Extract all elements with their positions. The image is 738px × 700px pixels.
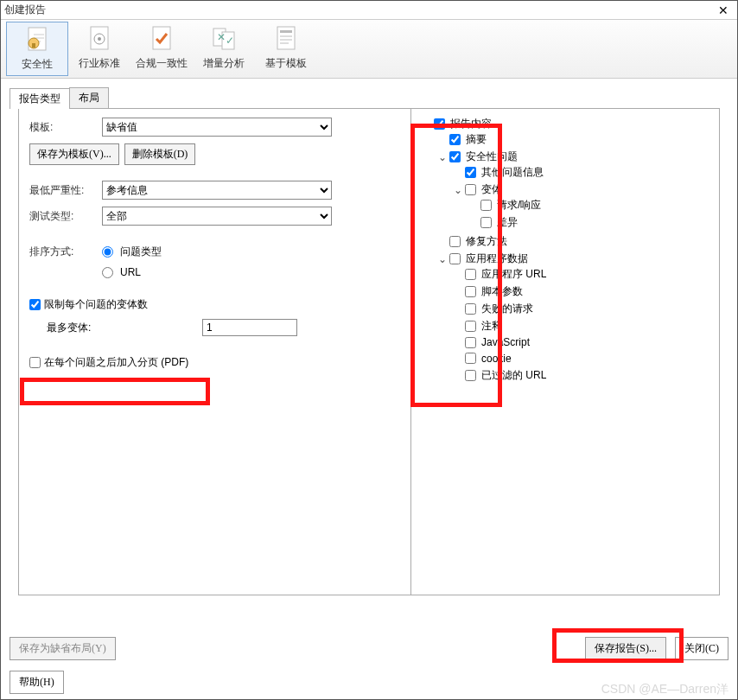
test-type-label: 测试类型: [29, 209, 102, 224]
tree-checkbox[interactable] [465, 167, 476, 178]
tree-checkbox[interactable] [465, 286, 476, 297]
svg-point-5 [98, 37, 101, 41]
tree-checkbox[interactable] [434, 118, 445, 130]
tree-caret-icon[interactable]: ⌄ [453, 184, 463, 196]
tree-checkbox[interactable] [465, 184, 476, 195]
tree-checkbox[interactable] [465, 303, 476, 315]
tree-checkbox[interactable] [465, 321, 476, 332]
template-doc-icon [272, 25, 300, 53]
save-default-layout-button[interactable]: 保存为缺省布局(Y) [10, 637, 116, 660]
svg-rect-6 [153, 27, 170, 49]
svg-rect-2 [32, 43, 35, 48]
tree-node-label[interactable]: 脚本参数 [481, 284, 523, 299]
checkbox-label: 限制每个问题的变体数 [44, 297, 148, 312]
tree-node-label[interactable]: 已过滤的 URL [481, 368, 546, 383]
template-select[interactable]: 缺省值 [102, 118, 332, 137]
compare-doc-icon: ✕✓ [210, 25, 238, 53]
gear-doc-icon [86, 25, 113, 53]
close-icon[interactable]: ✕ [713, 3, 734, 17]
tree-node-label[interactable]: cookie [481, 353, 512, 365]
severity-select[interactable]: 参考信息 [102, 181, 332, 200]
tree-caret-icon[interactable]: ⌄ [437, 151, 448, 163]
check-doc-icon [148, 25, 175, 53]
tree-checkbox[interactable] [449, 151, 461, 162]
svg-text:✓: ✓ [226, 35, 234, 47]
max-variants-input[interactable] [202, 319, 297, 336]
limit-variants-checkbox[interactable]: 限制每个问题的变体数 [29, 297, 400, 312]
help-button[interactable]: 帮助(H) [10, 671, 64, 694]
tree-checkbox[interactable] [465, 353, 476, 364]
toolbar-item-industry[interactable]: 行业标准 [68, 22, 130, 76]
save-template-button[interactable]: 保存为模板(V)... [29, 143, 119, 165]
tree-node-label[interactable]: 修复方法 [466, 234, 507, 249]
svg-text:✕: ✕ [217, 31, 226, 43]
tree-node-label[interactable]: JavaScript [481, 336, 530, 348]
tree-node-label[interactable]: 摘要 [466, 132, 487, 147]
toolbar-item-security[interactable]: 安全性 [6, 22, 68, 76]
tree-checkbox[interactable] [449, 253, 461, 264]
tree-checkbox[interactable] [449, 236, 461, 247]
footer: 保存为缺省布局(Y) 保存报告(S)... 关闭(C) 帮助(H) [10, 637, 728, 694]
tree-node-label[interactable]: 安全性问题 [466, 150, 518, 164]
toolbar: 安全性 行业标准 合规一致性 ✕✓ 增量分析 基于模板 [1, 20, 737, 79]
tree-node-label[interactable]: 变体 [481, 182, 502, 197]
save-report-button[interactable]: 保存报告(S)... [585, 637, 666, 660]
tree-node-label[interactable]: 注释 [481, 319, 502, 334]
tree-checkbox[interactable] [480, 200, 492, 211]
tree-node-label[interactable]: 其他问题信息 [481, 165, 544, 180]
toolbar-label: 增量分析 [203, 56, 245, 71]
tree[interactable]: ⌄报告内容摘要⌄安全性问题其他问题信息⌄变体请求/响应差异修复方法⌄应用程序数据… [415, 112, 716, 390]
sort-label: 排序方式: [29, 245, 102, 259]
tree-caret-icon[interactable]: ⌄ [437, 253, 448, 265]
svg-rect-14 [280, 39, 292, 41]
toolbar-item-template[interactable]: 基于模板 [255, 22, 317, 76]
close-button[interactable]: 关闭(C) [675, 637, 728, 660]
tree-node-label[interactable]: 失败的请求 [481, 302, 533, 316]
left-panel: 模板: 缺省值 保存为模板(V)... 删除模板(D) 最低严重性: 参考信息 [19, 109, 411, 595]
pdf-pagebreak-checkbox[interactable]: 在每个问题之后加入分页 (PDF) [29, 355, 400, 370]
right-panel: ⌄报告内容摘要⌄安全性问题其他问题信息⌄变体请求/响应差异修复方法⌄应用程序数据… [411, 109, 719, 595]
delete-template-button[interactable]: 删除模板(D) [124, 143, 196, 165]
tree-node-label[interactable]: 应用程序数据 [466, 251, 528, 266]
svg-rect-11 [277, 27, 295, 49]
template-label: 模板: [29, 120, 102, 135]
toolbar-item-delta[interactable]: ✕✓ 增量分析 [193, 22, 255, 76]
tree-node-label[interactable]: 差异 [497, 215, 518, 230]
radio-label: 问题类型 [120, 245, 162, 259]
toolbar-label: 行业标准 [79, 56, 120, 71]
severity-label: 最低严重性: [29, 183, 102, 198]
shield-icon [23, 26, 51, 54]
tab-layout[interactable]: 布局 [69, 87, 109, 108]
tree-checkbox[interactable] [480, 217, 492, 228]
test-type-select[interactable]: 全部 [102, 207, 332, 226]
window-title: 创建报告 [4, 3, 713, 17]
sort-radio-issue-type[interactable]: 问题类型 [102, 245, 162, 259]
tree-checkbox[interactable] [465, 337, 476, 348]
tree-checkbox[interactable] [449, 134, 461, 145]
sort-radio-url[interactable]: URL [102, 266, 162, 278]
svg-rect-12 [280, 30, 292, 33]
checkbox-label: 在每个问题之后加入分页 (PDF) [44, 355, 188, 370]
toolbar-label: 基于模板 [265, 56, 307, 71]
tab-report-type[interactable]: 报告类型 [10, 88, 70, 109]
radio-label: URL [120, 266, 141, 278]
tree-node-label[interactable]: 报告内容 [450, 117, 492, 131]
svg-rect-15 [280, 42, 289, 44]
toolbar-item-compliance[interactable]: 合规一致性 [130, 22, 193, 76]
tabs: 报告类型 布局 [10, 87, 728, 108]
tree-node-label[interactable]: 请求/响应 [497, 198, 541, 213]
tree-checkbox[interactable] [465, 370, 476, 381]
titlebar: 创建报告 ✕ [1, 1, 737, 20]
tree-caret-icon[interactable]: ⌄ [422, 118, 432, 130]
toolbar-label: 合规一致性 [136, 56, 188, 71]
tree-node-label[interactable]: 应用程序 URL [481, 267, 546, 282]
svg-rect-13 [280, 35, 292, 37]
tree-checkbox[interactable] [465, 269, 476, 280]
max-variants-label: 最多变体: [47, 321, 202, 335]
toolbar-label: 安全性 [22, 57, 53, 72]
